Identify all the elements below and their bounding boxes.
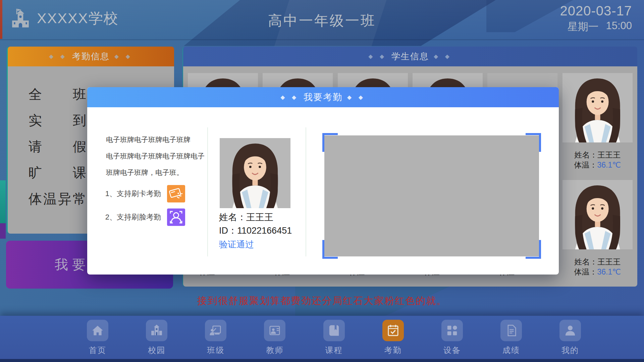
feature-label: 1、支持刷卡考勤 bbox=[105, 189, 161, 199]
notice-marquee: 接到很舒服聚划算都费劲还分局红石大家粉红色的就。 bbox=[0, 294, 644, 308]
students-panel-header: ◆ ◆ 学生信息 ◆ ◆ bbox=[183, 47, 637, 66]
datetime: 2020-03-17 星期一 15:00 bbox=[560, 3, 632, 34]
camera-corner-bracket bbox=[322, 240, 338, 259]
nav-label: 成绩 bbox=[502, 345, 520, 356]
nav-item[interactable]: 考勤 bbox=[373, 320, 413, 362]
students-panel-title: 学生信息 bbox=[391, 51, 429, 62]
diamond-decoration: ◆ ◆ bbox=[368, 53, 387, 60]
nav-item[interactable]: 课程 bbox=[314, 320, 354, 362]
weekday-text: 星期一 bbox=[567, 20, 598, 34]
bottom-nav: 首页 校园 班级 教师 课程 bbox=[0, 316, 644, 362]
nav-icon-tile bbox=[323, 320, 345, 341]
nav-item[interactable]: 教师 bbox=[255, 320, 295, 362]
nav-label: 我的 bbox=[561, 345, 579, 356]
nav-icon-tile bbox=[559, 320, 581, 341]
modal-title: 我要考勤 bbox=[304, 91, 342, 103]
nav-label: 设备 bbox=[443, 345, 461, 356]
nav-icon bbox=[564, 324, 577, 337]
camera-corner-bracket bbox=[526, 133, 541, 152]
verified-student-photo bbox=[220, 138, 290, 208]
verified-student-id: ID：11022166451 bbox=[219, 225, 292, 237]
diamond-decoration: ◆ ◆ bbox=[114, 53, 133, 60]
nav-label: 教师 bbox=[266, 345, 283, 356]
attendance-panel-header: ◆ ◆ 考勤信息 ◆ ◆ bbox=[8, 47, 174, 66]
date-text: 2020-03-17 bbox=[560, 3, 632, 18]
modal-body: 电子班牌电子班牌电子班牌电子班牌电子班牌电子班牌电子班牌电子班牌，电子班。 1、… bbox=[87, 107, 559, 275]
attendance-row-label: 旷课 bbox=[29, 164, 86, 182]
nav-icon-tile bbox=[264, 320, 285, 341]
student-temp-line: 体温：36.1℃ bbox=[574, 160, 621, 170]
bg-edge-teal bbox=[0, 180, 6, 224]
modal-description: 电子班牌电子班牌电子班牌电子班牌电子班牌电子班牌电子班牌电子班牌，电子班。 bbox=[106, 131, 207, 181]
description-line: 班牌电子班牌，电子班。 bbox=[106, 164, 207, 181]
camera-preview bbox=[324, 135, 539, 256]
attendance-row-label: 实到 bbox=[29, 111, 86, 130]
verified-student-name: 姓名：王王王 bbox=[219, 211, 273, 223]
nav-item[interactable]: 校园 bbox=[137, 320, 177, 362]
attendance-row-label: 全班 bbox=[29, 85, 86, 104]
nav-item[interactable]: 成绩 bbox=[491, 320, 531, 362]
student-photo bbox=[562, 180, 633, 249]
time-text: 15:00 bbox=[606, 20, 632, 34]
nav-item[interactable]: 我的 bbox=[550, 320, 590, 362]
nav-icon bbox=[150, 324, 163, 337]
diamond-decoration: ◆ ◆ bbox=[347, 94, 366, 101]
nav-icon-tile bbox=[146, 320, 167, 341]
student-card: 姓名：王王王 体温：36.1℃ bbox=[562, 180, 633, 277]
diamond-decoration: ◆ ◆ bbox=[49, 53, 67, 60]
nav-icon bbox=[327, 324, 341, 337]
modal-header: ◆ ◆ 我要考勤 ◆ ◆ bbox=[87, 87, 559, 107]
page-title: 高中一年级一班 bbox=[0, 11, 644, 30]
nav-label: 班级 bbox=[207, 345, 224, 356]
attendance-modal: ◆ ◆ 我要考勤 ◆ ◆ 电子班牌电子班牌电子班牌电子班牌电子班牌电子班牌电子班… bbox=[87, 87, 559, 275]
attendance-panel-title: 考勤信息 bbox=[72, 51, 110, 62]
nav-label: 校园 bbox=[148, 345, 165, 356]
feature-icon bbox=[167, 208, 185, 226]
modal-features: 1、支持刷卡考勤 2、支持刷脸考勤 bbox=[101, 185, 185, 226]
student-name-line: 姓名：王王王 bbox=[574, 257, 621, 267]
nav-icon-tile bbox=[441, 320, 463, 341]
nav-icon-tile bbox=[87, 320, 108, 341]
feature-item: 1、支持刷卡考勤 bbox=[101, 185, 185, 202]
top-header: XXXXX学校 高中一年级一班 2020-03-17 星期一 15:00 bbox=[0, 0, 644, 40]
nav-icon bbox=[504, 324, 518, 337]
description-line: 电子班牌电子班牌电子班牌 bbox=[106, 131, 207, 148]
page-root: XXXXX学校 高中一年级一班 2020-03-17 星期一 15:00 ◆ ◆… bbox=[0, 0, 644, 362]
bg-edge-purple bbox=[0, 223, 6, 239]
attendance-row-label: 体温异常 bbox=[29, 190, 86, 208]
attendance-row-label: 请假 bbox=[29, 137, 86, 156]
nav-icon-tile bbox=[205, 320, 226, 341]
nav-icon bbox=[268, 324, 281, 337]
feature-item: 2、支持刷脸考勤 bbox=[101, 208, 185, 226]
diamond-decoration: ◆ ◆ bbox=[280, 94, 299, 101]
feature-icon-glyph bbox=[167, 208, 185, 226]
student-card: 姓名：王王王 体温：36.1℃ bbox=[562, 73, 633, 170]
feature-icon-glyph bbox=[167, 185, 185, 202]
nav-icon-tile bbox=[500, 320, 522, 341]
student-photo bbox=[562, 73, 633, 142]
description-line: 电子班牌电子班牌电子班牌电子 bbox=[106, 148, 207, 164]
nav-item[interactable]: 设备 bbox=[432, 320, 472, 362]
camera-corner-bracket bbox=[322, 133, 338, 152]
nav-icon bbox=[209, 324, 222, 337]
nav-icon bbox=[91, 324, 104, 337]
nav-label: 考勤 bbox=[384, 345, 402, 356]
diamond-decoration: ◆ ◆ bbox=[434, 53, 452, 60]
nav-icon-tile bbox=[382, 320, 404, 341]
verify-status-link[interactable]: 验证通过 bbox=[219, 239, 254, 250]
modal-divider bbox=[306, 127, 306, 256]
modal-divider bbox=[207, 127, 208, 256]
nav-label: 课程 bbox=[325, 345, 343, 356]
nav-icon bbox=[445, 324, 459, 337]
camera-corner-bracket bbox=[526, 240, 541, 259]
nav-icon bbox=[386, 324, 400, 337]
feature-label: 2、支持刷脸考勤 bbox=[105, 212, 161, 222]
student-name-line: 姓名：王王王 bbox=[574, 150, 621, 160]
nav-label: 首页 bbox=[89, 345, 106, 356]
nav-item[interactable]: 首页 bbox=[77, 320, 118, 362]
student-temp-line: 体温：36.1℃ bbox=[574, 267, 621, 277]
nav-item[interactable]: 班级 bbox=[196, 320, 236, 362]
feature-icon bbox=[167, 185, 185, 202]
